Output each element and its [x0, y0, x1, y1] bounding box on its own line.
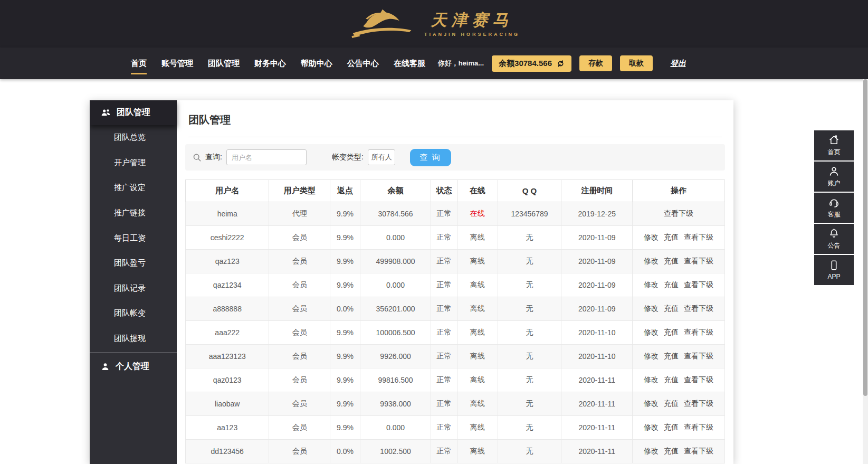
float-item-account[interactable]: 账户: [814, 162, 854, 192]
balance-button[interactable]: 余额30784.566: [492, 55, 571, 72]
query-label: 查询:: [205, 153, 222, 162]
actions-cell: 修改充值查看下级: [633, 440, 725, 463]
action-link[interactable]: 修改: [644, 399, 659, 408]
action-link[interactable]: 充值: [664, 375, 679, 384]
action-link[interactable]: 查看下级: [664, 209, 693, 217]
sidebar-header-personal-management[interactable]: 个人管理: [90, 354, 177, 379]
registered-cell: 2020-11-11: [561, 440, 633, 463]
main-nav: 首页 账号管理 团队管理 财务中心 帮助中心 公告中心 在线客服 你好，heim…: [0, 48, 868, 79]
sidebar-item-team-transactions[interactable]: 团队帐变: [90, 301, 177, 326]
table-row: aa123会员9.9%0.000正常离线无2020-11-11修改充值查看下级: [186, 416, 725, 440]
float-item-notice[interactable]: 公告: [814, 224, 854, 254]
status-cell: 正常: [431, 226, 457, 250]
online-cell: 离线: [457, 416, 498, 440]
registered-cell: 2020-11-10: [561, 345, 633, 368]
nav-item-home[interactable]: 首页: [126, 48, 152, 79]
sidebar-item-open-account[interactable]: 开户管理: [90, 150, 177, 176]
user-type-cell: 会员: [269, 416, 330, 440]
sidebar-item-team-withdraw[interactable]: 团队提现: [90, 326, 177, 352]
action-link[interactable]: 查看下级: [684, 352, 713, 360]
action-link[interactable]: 充值: [664, 423, 679, 431]
rebate-cell: 9.9%: [330, 273, 360, 297]
user-type-cell: 会员: [269, 321, 330, 345]
username-cell: a888888: [186, 297, 269, 321]
action-link[interactable]: 充值: [664, 257, 679, 265]
logout-link[interactable]: 登出: [670, 59, 686, 69]
float-item-app[interactable]: APP: [814, 255, 854, 285]
nav-item-online-service[interactable]: 在线客服: [388, 48, 431, 79]
qq-cell: 无: [498, 392, 561, 416]
action-link[interactable]: 查看下级: [684, 375, 713, 384]
action-link[interactable]: 修改: [644, 233, 659, 241]
action-link[interactable]: 查看下级: [684, 257, 713, 265]
action-link[interactable]: 修改: [644, 280, 659, 289]
refresh-icon[interactable]: [557, 60, 565, 68]
scrollbar-track[interactable]: [863, 79, 868, 464]
sidebar-item-daily-salary[interactable]: 每日工资: [90, 225, 177, 251]
username-search-input[interactable]: [226, 149, 307, 165]
search-panel: 查询: 帐变类型: 查 询: [185, 144, 725, 171]
action-link[interactable]: 查看下级: [684, 233, 713, 241]
column-header: 余额: [360, 180, 431, 202]
online-cell: 在线: [457, 202, 498, 226]
actions-cell: 修改充值查看下级: [633, 297, 725, 321]
nav-item-account-management[interactable]: 账号管理: [156, 48, 198, 79]
nav-item-team-management[interactable]: 团队管理: [203, 48, 245, 79]
action-link[interactable]: 修改: [644, 375, 659, 384]
username-cell: aaa123123: [186, 345, 269, 368]
sidebar-item-promo-settings[interactable]: 推广设定: [90, 175, 177, 201]
online-cell: 离线: [457, 321, 498, 345]
action-link[interactable]: 充值: [664, 233, 679, 241]
action-link[interactable]: 查看下级: [684, 423, 713, 431]
action-link[interactable]: 修改: [644, 447, 659, 455]
nav-item-finance-center[interactable]: 财务中心: [249, 48, 291, 79]
sidebar-header-team-management[interactable]: 团队管理: [90, 100, 177, 125]
registered-cell: 2020-11-09: [561, 250, 633, 273]
table-row: ceshi2222会员9.9%0.000正常离线无2020-11-09修改充值查…: [186, 226, 725, 250]
sidebar-item-team-records[interactable]: 团队记录: [90, 276, 177, 301]
column-header: Q Q: [498, 180, 561, 202]
top-header: 天津赛马 TIANJIN HORSERACING: [0, 0, 868, 48]
username-cell: qaz123: [186, 250, 269, 273]
search-submit-button[interactable]: 查 询: [410, 149, 451, 166]
action-link[interactable]: 修改: [644, 423, 659, 431]
withdraw-button[interactable]: 取款: [620, 55, 653, 71]
action-link[interactable]: 充值: [664, 447, 679, 455]
qq-cell: 无: [498, 416, 561, 440]
action-link[interactable]: 查看下级: [684, 304, 713, 313]
nav-item-notice-center[interactable]: 公告中心: [342, 48, 384, 79]
sidebar-item-team-profit[interactable]: 团队盈亏: [90, 251, 177, 276]
action-link[interactable]: 修改: [644, 352, 659, 360]
action-link[interactable]: 修改: [644, 257, 659, 265]
sidebar-header-label: 团队管理: [117, 107, 150, 118]
phone-icon: [828, 260, 840, 271]
action-link[interactable]: 充值: [664, 328, 679, 336]
username-cell: qaz1234: [186, 273, 269, 297]
scrollbar-thumb[interactable]: [863, 79, 867, 396]
online-cell: 离线: [457, 250, 498, 273]
deposit-button[interactable]: 存款: [579, 55, 612, 71]
float-item-service[interactable]: 客服: [814, 193, 854, 223]
action-link[interactable]: 修改: [644, 304, 659, 313]
sidebar-item-team-overview[interactable]: 团队总览: [90, 125, 177, 150]
rebate-cell: 9.9%: [330, 392, 360, 416]
nav-item-help-center[interactable]: 帮助中心: [295, 48, 338, 79]
registered-cell: 2020-11-11: [561, 416, 633, 440]
action-link[interactable]: 查看下级: [684, 399, 713, 408]
brand-text: 天津赛马 TIANJIN HORSERACING: [424, 11, 520, 37]
action-link[interactable]: 充值: [664, 304, 679, 313]
user-type-cell: 会员: [269, 345, 330, 368]
users-icon: [101, 108, 111, 117]
action-link[interactable]: 查看下级: [684, 328, 713, 336]
float-item-home[interactable]: 首页: [814, 130, 854, 160]
action-link[interactable]: 查看下级: [684, 447, 713, 455]
action-link[interactable]: 充值: [664, 352, 679, 360]
action-link[interactable]: 充值: [664, 280, 679, 289]
action-link[interactable]: 修改: [644, 328, 659, 336]
account-type-input[interactable]: [368, 149, 395, 165]
action-link[interactable]: 查看下级: [684, 280, 713, 289]
sidebar-item-promo-link[interactable]: 推广链接: [90, 201, 177, 226]
action-link[interactable]: 充值: [664, 399, 679, 408]
user-type-cell: 会员: [269, 440, 330, 463]
username-cell: qaz0123: [186, 368, 269, 392]
